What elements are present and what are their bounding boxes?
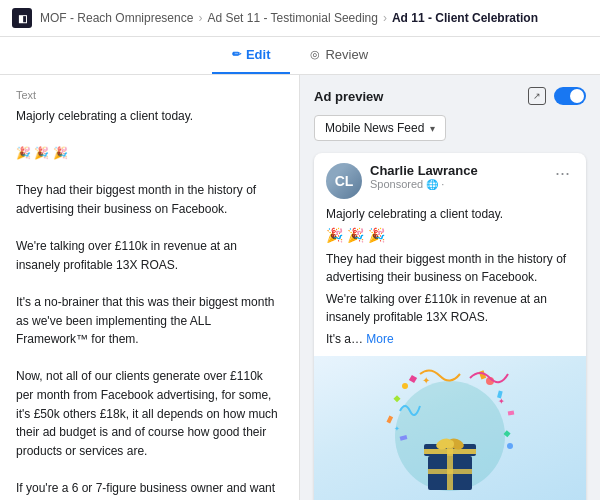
svg-rect-5 [508, 411, 515, 416]
svg-rect-6 [386, 415, 393, 423]
review-icon: ◎ [310, 48, 320, 61]
preview-label: Ad preview [314, 89, 383, 104]
tab-review-label: Review [325, 47, 368, 62]
verified-icon: · [441, 178, 444, 190]
app-logo: ◧ [12, 8, 32, 28]
globe-icon: 🌐 [426, 179, 438, 190]
svg-rect-1 [409, 375, 417, 383]
teaser-text: It's a… [326, 332, 363, 346]
sponsored-label: Sponsored 🌐 · [370, 178, 551, 190]
tab-bar: ✏ Edit ◎ Review [0, 37, 600, 75]
ad-text-content: Majorly celebrating a client today. 🎉 🎉 … [16, 107, 283, 500]
placement-label: Mobile News Feed [325, 121, 424, 135]
svg-text:✦: ✦ [422, 375, 430, 386]
ad-body-text: Majorly celebrating a client today. 🎉 🎉 … [314, 205, 586, 356]
ad-body-para1: They had their biggest month in the hist… [326, 250, 574, 286]
breadcrumb-item-3: Ad 11 - Client Celebration [392, 11, 538, 25]
breadcrumb-item-1[interactable]: MOF - Reach Omnipresence [40, 11, 193, 25]
chevron-down-icon: ▾ [430, 123, 435, 134]
ad-image: ✦ ✦ ✦ [314, 356, 586, 500]
ad-body-emoji: 🎉 🎉 🎉 [326, 225, 574, 246]
more-options-button[interactable]: ··· [551, 163, 574, 184]
gift-illustration: ✦ ✦ ✦ [350, 356, 550, 500]
svg-rect-20 [447, 456, 453, 490]
preview-header: Ad preview ↗ [314, 87, 586, 105]
preview-actions: ↗ [528, 87, 586, 105]
ad-name-area: Charlie Lawrance Sponsored 🌐 · [370, 163, 551, 190]
svg-text:✦: ✦ [498, 397, 505, 406]
svg-rect-4 [393, 395, 400, 402]
svg-point-10 [402, 383, 408, 389]
ad-card: CL Charlie Lawrance Sponsored 🌐 · ··· Ma… [314, 153, 586, 500]
svg-point-11 [507, 443, 513, 449]
ad-body-para2: We're talking over £110k in revenue at a… [326, 290, 574, 326]
ad-body-main: Majorly celebrating a client today. [326, 205, 574, 223]
breadcrumb-item-2[interactable]: Ad Set 11 - Testimonial Seeding [207, 11, 378, 25]
ad-author-name: Charlie Lawrance [370, 163, 551, 178]
placement-dropdown[interactable]: Mobile News Feed ▾ [314, 115, 446, 141]
more-link[interactable]: More [366, 332, 393, 346]
sponsored-text: Sponsored [370, 178, 423, 190]
svg-point-17 [446, 440, 454, 448]
breadcrumb: ◧ MOF - Reach Omnipresence › Ad Set 11 -… [0, 0, 600, 37]
external-link-icon[interactable]: ↗ [528, 87, 546, 105]
left-panel: Text Majorly celebrating a client today.… [0, 75, 300, 500]
right-panel: Ad preview ↗ Mobile News Feed ▾ CL Charl… [300, 75, 600, 500]
ad-card-header: CL Charlie Lawrance Sponsored 🌐 · ··· [314, 153, 586, 205]
tab-edit[interactable]: ✏ Edit [212, 37, 291, 74]
main-layout: Text Majorly celebrating a client today.… [0, 75, 600, 500]
toggle-knob [570, 89, 584, 103]
preview-toggle[interactable] [554, 87, 586, 105]
ad-body-teaser: It's a… More [326, 330, 574, 348]
breadcrumb-sep-2: › [383, 11, 387, 25]
svg-text:✦: ✦ [394, 425, 400, 432]
avatar: CL [326, 163, 362, 199]
breadcrumb-sep-1: › [198, 11, 202, 25]
tab-review[interactable]: ◎ Review [290, 37, 388, 74]
avatar-initials: CL [326, 163, 362, 199]
text-section-label: Text [16, 89, 283, 101]
edit-icon: ✏ [232, 48, 241, 61]
tab-edit-label: Edit [246, 47, 271, 62]
